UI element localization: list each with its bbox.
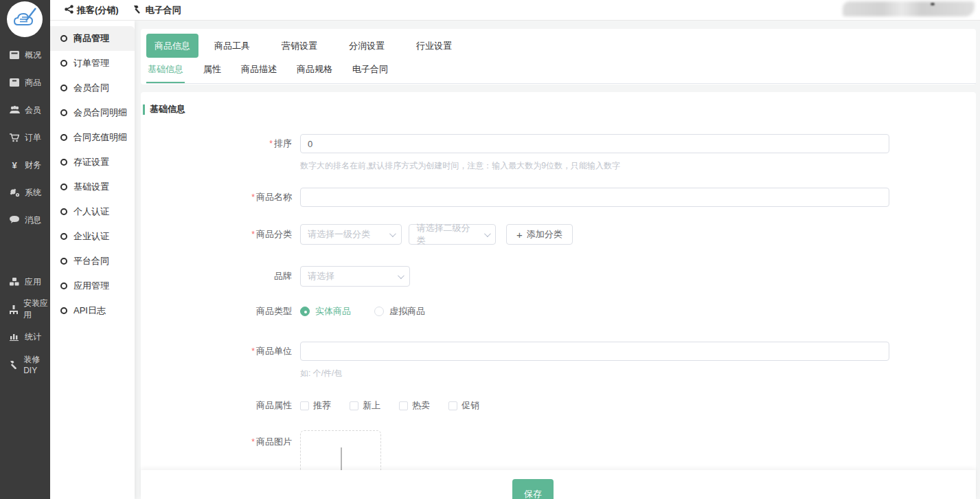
topbar-item-tuike[interactable]: 推客(分销) xyxy=(65,4,119,16)
checkbox-promo[interactable]: 促销 xyxy=(448,399,479,412)
menu-item-enterprise-auth[interactable]: 企业认证 xyxy=(50,224,135,249)
sort-hint: 数字大的排名在前,默认排序方式为创建时间，注意：输入最大数为9位数，只能输入数字 xyxy=(300,160,976,172)
circle-icon xyxy=(60,282,67,289)
sidebar-item-stats[interactable]: 统计 xyxy=(0,323,50,351)
sidebar-item-label: 商品 xyxy=(25,77,41,89)
subtab-basic-info[interactable]: 基础信息 xyxy=(146,63,185,83)
section-header: 基础信息 xyxy=(143,103,976,115)
menu-item-product-manage[interactable]: 商品管理 xyxy=(50,26,135,51)
menu-item-label: 订单管理 xyxy=(73,57,109,69)
message-icon xyxy=(9,216,20,224)
menu-item-contract-recharge-detail[interactable]: 合同充值明细 xyxy=(50,125,135,150)
plus-icon: + xyxy=(516,229,523,241)
tab-product-info[interactable]: 商品信息 xyxy=(146,34,198,58)
sidebar-item-message[interactable]: 消息 xyxy=(0,206,50,234)
category-level2-select[interactable]: 请选择二级分类 xyxy=(409,224,496,245)
form-row-unit: *商品单位 如: 个/件/包 xyxy=(141,342,976,379)
share-icon xyxy=(65,5,73,16)
menu-item-deposit-setting[interactable]: 存证设置 xyxy=(50,150,135,175)
sidebar-item-label: 概况 xyxy=(25,49,41,61)
required-asterisk: * xyxy=(251,437,255,447)
main-tabs: 商品信息 商品工具 营销设置 分润设置 行业设置 xyxy=(144,34,976,58)
user-info-redacted[interactable] xyxy=(843,1,975,16)
chevron-down-icon xyxy=(389,230,396,237)
checkbox-hot[interactable]: 热卖 xyxy=(399,399,430,412)
menu-item-member-contract[interactable]: 会员合同 xyxy=(50,76,135,100)
add-category-button[interactable]: + 添加分类 xyxy=(506,224,573,245)
system-icon xyxy=(9,188,20,197)
sidebar-item-diy[interactable]: 装修DIY xyxy=(0,351,50,378)
menu-item-label: 个人认证 xyxy=(73,206,109,218)
menu-item-label: 应用管理 xyxy=(73,280,109,292)
select-placeholder: 请选择一级分类 xyxy=(308,228,370,241)
topbar-item-label: 推客(分销) xyxy=(77,4,119,16)
sidebar-item-orders[interactable]: 订单 xyxy=(0,124,50,151)
app-logo[interactable] xyxy=(0,0,50,41)
overview-icon xyxy=(9,51,20,59)
sidebar-item-product[interactable]: 商品 xyxy=(0,69,50,96)
menu-item-basic-setting[interactable]: 基础设置 xyxy=(50,175,135,199)
category-level1-select[interactable]: 请选择一级分类 xyxy=(300,224,402,245)
menu-item-label: 基础设置 xyxy=(73,181,109,193)
required-asterisk: * xyxy=(251,192,255,202)
menu-item-platform-contract[interactable]: 平台合同 xyxy=(50,249,135,274)
menu-item-order-manage[interactable]: 订单管理 xyxy=(50,51,135,76)
stats-icon xyxy=(9,333,20,341)
checkbox-label: 推荐 xyxy=(313,399,331,412)
menu-item-member-contract-detail[interactable]: 会员合同明细 xyxy=(50,100,135,125)
product-unit-input[interactable] xyxy=(300,342,889,361)
circle-icon xyxy=(60,307,67,314)
sort-input[interactable] xyxy=(300,134,889,153)
sub-tabs: 基础信息 属性 商品描述 商品规格 电子合同 xyxy=(146,63,976,84)
tab-profit-setting[interactable]: 分润设置 xyxy=(333,40,400,52)
circle-icon xyxy=(60,159,67,166)
sidebar-item-label: 会员 xyxy=(25,104,41,116)
add-category-label: 添加分类 xyxy=(527,228,562,241)
checkbox-recommend[interactable]: 推荐 xyxy=(300,399,331,412)
radio-virtual-product[interactable]: 虚拟商品 xyxy=(374,305,425,318)
checkbox-unchecked-icon xyxy=(350,401,358,410)
subtab-description[interactable]: 商品描述 xyxy=(240,63,278,83)
sidebar-item-install-app[interactable]: 安装应用 xyxy=(0,296,50,323)
tab-industry-setting[interactable]: 行业设置 xyxy=(400,40,468,52)
save-button[interactable]: 保存 xyxy=(512,479,554,499)
checkbox-label: 新上 xyxy=(363,399,380,412)
product-name-input[interactable] xyxy=(300,188,889,207)
menu-item-label: 平台合同 xyxy=(73,255,109,267)
checkbox-label: 促销 xyxy=(461,399,479,412)
install-icon xyxy=(9,305,19,314)
sidebar-item-overview[interactable]: 概况 xyxy=(0,41,50,69)
product-type-radio-group: 实体商品 虚拟商品 xyxy=(300,302,976,321)
checkbox-unchecked-icon xyxy=(448,401,457,410)
menu-item-app-manage[interactable]: 应用管理 xyxy=(50,274,135,298)
radio-checked-icon xyxy=(300,307,310,316)
sidebar-item-label: 应用 xyxy=(25,276,41,288)
radio-physical-product[interactable]: 实体商品 xyxy=(300,305,351,318)
members-icon xyxy=(9,106,20,114)
circle-icon xyxy=(60,85,67,91)
sidebar-item-apps[interactable]: 应用 xyxy=(0,268,50,296)
tab-product-tools[interactable]: 商品工具 xyxy=(198,40,266,52)
form-panel: 基础信息 *排序 数字大的排名在前,默认排序方式为创建时间，注意：输入最大数为9… xyxy=(141,92,976,499)
checkbox-new[interactable]: 新上 xyxy=(350,399,380,412)
sidebar-item-label: 财务 xyxy=(25,159,41,171)
apps-icon xyxy=(9,278,20,287)
menu-item-personal-auth[interactable]: 个人认证 xyxy=(50,199,135,224)
sidebar-item-members[interactable]: 会员 xyxy=(0,96,50,124)
circle-icon xyxy=(60,60,67,67)
sidebar-item-label: 订单 xyxy=(25,132,41,144)
field-label: *商品分类 xyxy=(141,224,300,245)
subtab-attributes[interactable]: 属性 xyxy=(202,63,223,83)
form-row-name: *商品名称 xyxy=(141,188,976,207)
subtab-spec[interactable]: 商品规格 xyxy=(295,63,334,83)
section-title: 基础信息 xyxy=(150,103,185,115)
brand-select[interactable]: 请选择 xyxy=(300,266,410,287)
menu-item-label: 会员合同明细 xyxy=(73,107,127,119)
subtab-econtract[interactable]: 电子合同 xyxy=(351,63,389,83)
topbar-item-contract[interactable]: 电子合同 xyxy=(133,4,181,16)
menu-item-api-log[interactable]: API日志 xyxy=(50,298,135,323)
tab-marketing-setting[interactable]: 营销设置 xyxy=(266,40,333,52)
sidebar-item-system[interactable]: 系统 xyxy=(0,179,50,206)
sidebar-item-finance[interactable]: ¥ 财务 xyxy=(0,151,50,179)
secondary-sidebar: 商品管理 订单管理 会员合同 会员合同明细 合同充值明细 存证设置 基础设置 个… xyxy=(50,21,135,499)
